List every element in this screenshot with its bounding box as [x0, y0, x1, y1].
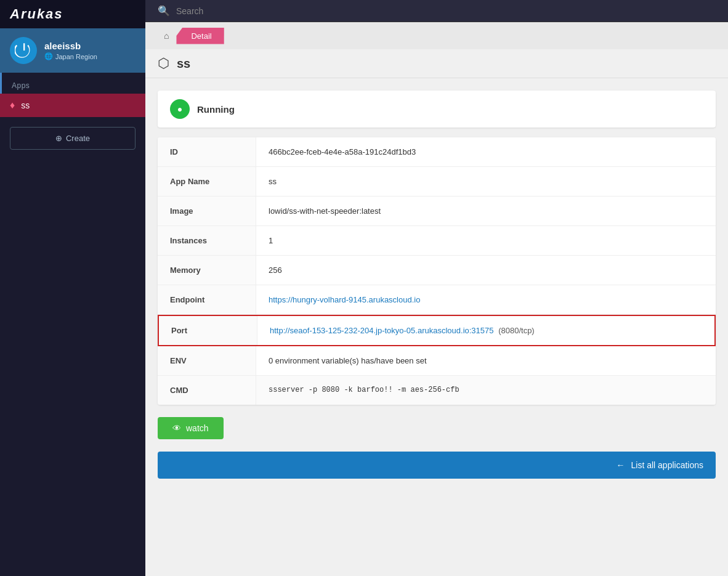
row-label-image: Image: [158, 197, 256, 225]
row-value-endpoint: https://hungry-volhard-9145.arukascloud.…: [256, 285, 716, 314]
search-icon: 🔍: [158, 5, 170, 17]
breadcrumb-home[interactable]: ⌂: [155, 27, 177, 44]
sidebar-app-name: ss: [21, 100, 30, 110]
breadcrumb: ⌂ Detail: [145, 22, 728, 49]
status-label: Running: [197, 104, 235, 115]
home-icon: ⌂: [164, 31, 169, 41]
list-all-bar[interactable]: ← List all applications: [158, 452, 716, 479]
status-card: ● Running: [158, 91, 716, 128]
search-input[interactable]: [176, 6, 299, 16]
app-icon: ♦: [10, 100, 15, 111]
table-row: ENV 0 environment variable(s) has/have b…: [158, 346, 716, 376]
user-header: aleeissb 🌐 Japan Region: [0, 28, 145, 73]
row-label-id: ID: [158, 137, 256, 166]
plus-icon: ⊕: [55, 134, 62, 143]
table-row: CMD ssserver -p 8080 -k barfoo!! -m aes-…: [158, 376, 716, 405]
row-label-cmd: CMD: [158, 376, 256, 405]
table-row: App Name ss: [158, 167, 716, 197]
watch-button[interactable]: 👁 watch: [158, 417, 224, 439]
eye-icon: 👁: [172, 423, 181, 433]
content-area: ● Running ID 466bc2ee-fceb-4e4e-a58a-191…: [145, 78, 728, 576]
brand-name: Arukas: [10, 6, 63, 22]
port-extra: (8080/tcp): [498, 326, 535, 335]
power-icon: [15, 42, 32, 59]
breadcrumb-detail: Detail: [176, 28, 224, 44]
row-value-appname: ss: [256, 167, 716, 196]
row-value-port: http://seaof-153-125-232-204.jp-tokyo-05…: [257, 316, 714, 345]
row-value-id: 466bc2ee-fceb-4e4e-a58a-191c24df1bd3: [256, 137, 716, 166]
main-panel: 🔍 ⌂ Detail ⬡ ss ● Running ID 466bc2ee-fc…: [145, 0, 728, 576]
table-row: Memory 256: [158, 256, 716, 285]
row-label-env: ENV: [158, 346, 256, 375]
page-title-icon: ⬡: [158, 55, 169, 71]
sidebar-item-ss[interactable]: ♦ ss: [0, 94, 145, 117]
action-bar: 👁 watch: [158, 417, 716, 439]
row-value-instances: 1: [256, 226, 716, 255]
apps-section-label: Apps: [0, 73, 145, 94]
row-value-memory: 256: [256, 256, 716, 285]
status-icon: ●: [170, 99, 190, 119]
globe-icon: 🌐: [44, 52, 53, 60]
table-row: Instances 1: [158, 226, 716, 256]
row-label-memory: Memory: [158, 256, 256, 285]
detail-table: ID 466bc2ee-fceb-4e4e-a58a-191c24df1bd3 …: [158, 137, 716, 405]
row-label-appname: App Name: [158, 167, 256, 196]
page-title: ss: [177, 57, 190, 71]
port-link[interactable]: http://seaof-153-125-232-204.jp-tokyo-05…: [270, 326, 494, 335]
table-row-port: Port http://seaof-153-125-232-204.jp-tok…: [158, 315, 716, 346]
list-icon: ←: [616, 460, 625, 470]
row-label-instances: Instances: [158, 226, 256, 255]
endpoint-link[interactable]: https://hungry-volhard-9145.arukascloud.…: [269, 295, 420, 304]
avatar: [10, 37, 37, 64]
row-label-port: Port: [159, 316, 257, 345]
page-title-bar: ⬡ ss: [145, 49, 728, 78]
table-row: Image lowid/ss-with-net-speeder:latest: [158, 197, 716, 226]
create-button[interactable]: ⊕ Create: [10, 127, 135, 150]
row-value-env: 0 environment variable(s) has/have been …: [256, 346, 716, 375]
topbar: 🔍: [145, 0, 728, 22]
username: aleeissb: [44, 41, 97, 51]
row-value-cmd: ssserver -p 8080 -k barfoo!! -m aes-256-…: [256, 376, 716, 405]
user-region: 🌐 Japan Region: [44, 52, 97, 60]
row-value-image: lowid/ss-with-net-speeder:latest: [256, 197, 716, 225]
table-row: ID 466bc2ee-fceb-4e4e-a58a-191c24df1bd3: [158, 137, 716, 167]
sidebar: Arukas aleeissb 🌐 Japan Region Apps ♦ ss…: [0, 0, 145, 576]
table-row: Endpoint https://hungry-volhard-9145.aru…: [158, 285, 716, 315]
check-icon: ●: [177, 104, 182, 114]
row-label-endpoint: Endpoint: [158, 285, 256, 314]
user-info: aleeissb 🌐 Japan Region: [44, 41, 97, 60]
